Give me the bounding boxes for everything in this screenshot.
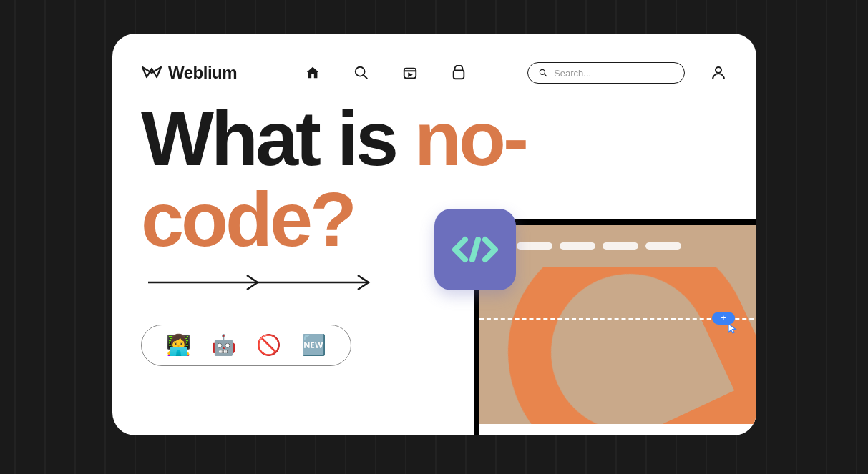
svg-point-4 [540, 69, 545, 74]
tag-new-icon: 🆕 [301, 335, 326, 355]
svg-line-8 [472, 240, 478, 260]
svg-rect-2 [404, 69, 416, 79]
code-badge [434, 209, 516, 290]
header: Weblium [112, 34, 756, 84]
tag-technologist-icon: 👩‍💻 [166, 335, 191, 355]
code-icon [449, 232, 501, 267]
cursor-icon [727, 322, 738, 337]
device-mockup: + [474, 219, 756, 435]
tags-pill: 👩‍💻 🤖 🚫 🆕 [141, 325, 351, 366]
logo-text: Weblium [168, 63, 237, 83]
svg-point-0 [356, 67, 365, 76]
device-bottom [479, 424, 756, 435]
nav-icons [304, 64, 467, 82]
tag-prohibited-icon: 🚫 [256, 335, 281, 355]
nav-pill [517, 242, 552, 250]
search-icon[interactable] [353, 64, 370, 82]
svg-point-6 [716, 67, 721, 73]
nav-pill [645, 242, 681, 250]
abstract-shape-orange [479, 267, 756, 424]
content-card: Weblium [112, 34, 756, 435]
arrow-icon [147, 273, 376, 292]
nav-pill [560, 242, 595, 250]
tag-robot-icon: 🤖 [211, 335, 236, 355]
device-canvas: + [479, 267, 756, 424]
svg-line-1 [364, 75, 368, 79]
search-bar[interactable] [527, 62, 685, 84]
logo-mark-icon [141, 62, 162, 84]
svg-line-5 [545, 74, 547, 76]
nav-pill [603, 242, 638, 250]
hero-title-part1: What is [141, 95, 414, 182]
logo-group[interactable]: Weblium [141, 62, 237, 84]
svg-rect-3 [454, 70, 464, 79]
video-icon[interactable] [401, 64, 419, 82]
search-input-icon [538, 67, 548, 79]
user-icon[interactable] [709, 64, 728, 82]
home-icon[interactable] [304, 64, 321, 82]
add-button-label: + [721, 313, 726, 323]
device-header [479, 225, 756, 267]
search-input[interactable] [554, 68, 674, 79]
bag-icon[interactable] [450, 64, 467, 82]
